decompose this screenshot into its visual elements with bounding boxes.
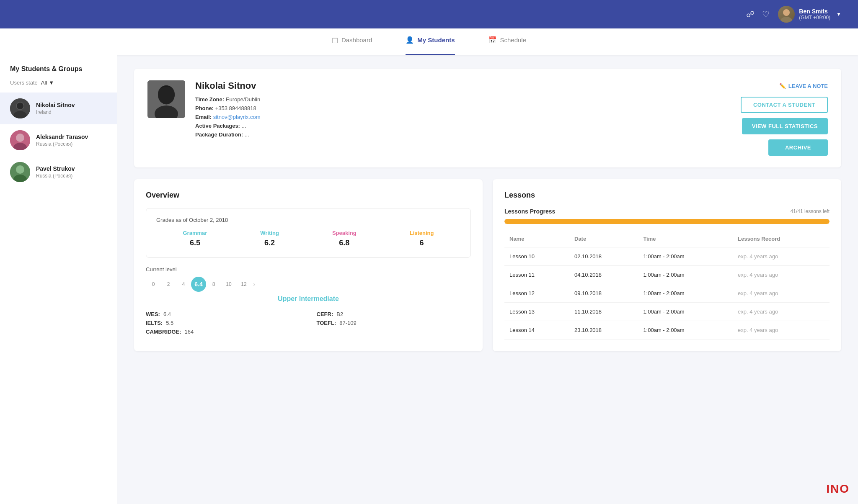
archive-button[interactable]: ARCHIVE	[768, 139, 828, 156]
avatar-aleksandr	[10, 130, 30, 150]
lessons-progress-count: 41/41 lessons left	[791, 208, 830, 214]
sidebar-item-nikolai[interactable]: Nikolai Sitnov Ireland	[0, 93, 117, 124]
lesson-record: exp. 4 years ago	[733, 266, 830, 284]
student-country: Russia (Россия)	[36, 141, 88, 147]
topbar-icons: ☍ ♡	[746, 9, 770, 19]
scale-0: 0	[146, 281, 161, 287]
listening-value: 6	[420, 239, 424, 247]
profile-timezone: Time Zone: Europe/Dublin	[195, 96, 731, 103]
student-name: Pavel Strukov	[36, 165, 75, 172]
progress-bar-fill	[504, 219, 830, 224]
table-row[interactable]: Lesson 14 23.10.2018 1:00am - 2:00am exp…	[504, 321, 830, 339]
speaking-value: 6.8	[339, 239, 349, 247]
score-cefr: CEFR: B2	[317, 311, 471, 317]
profile-phone: Phone: +353 894488818	[195, 105, 731, 111]
lessons-panel: Lessons Lessons Progress 41/41 lessons l…	[493, 179, 841, 351]
sidebar-filter-dropdown[interactable]: All ▼	[41, 80, 54, 86]
lesson-name: Lesson 11	[504, 266, 569, 284]
two-column-section: Overview Grades as of October 2, 2018 Gr…	[134, 179, 841, 351]
lesson-time: 1:00am - 2:00am	[638, 303, 733, 321]
grade-writing: Writing 6.2	[260, 230, 279, 247]
th-time: Time	[638, 232, 733, 247]
leave-note-button[interactable]: ✏️ LEAVE A NOTE	[779, 80, 828, 92]
scores-grid: WES: 6.4 CEFR: B2 IELTS: 5.5 TOEFL: 87-1…	[146, 311, 471, 335]
svg-point-1	[780, 17, 792, 23]
table-row[interactable]: Lesson 10 02.10.2018 1:00am - 2:00am exp…	[504, 247, 830, 266]
table-row[interactable]: Lesson 11 04.10.2018 1:00am - 2:00am exp…	[504, 266, 830, 284]
nav-my-students[interactable]: 👤 My Students	[406, 28, 455, 55]
schedule-icon: 📅	[488, 27, 497, 54]
profile-photo	[147, 80, 185, 118]
main-layout: My Students & Groups Users state All ▼ N…	[0, 55, 858, 504]
score-ielts: IELTS: 5.5	[146, 320, 308, 326]
scale-2: 2	[161, 281, 176, 287]
lesson-name: Lesson 12	[504, 284, 569, 303]
topbar-user[interactable]: Ben Smits (GMT +09:00) ▼	[778, 6, 841, 23]
avatar-nikolai	[10, 98, 30, 118]
level-name: Upper Intermediate	[146, 295, 471, 303]
grammar-label: Grammar	[183, 230, 207, 236]
main-content: Nikolai Sitnov Time Zone: Europe/Dublin …	[117, 55, 858, 504]
students-icon: 👤	[406, 27, 414, 54]
lessons-title: Lessons	[504, 191, 830, 200]
svg-point-5	[17, 103, 23, 109]
pencil-icon: ✏️	[779, 83, 786, 89]
lesson-record: exp. 4 years ago	[733, 303, 830, 321]
sidebar-title: My Students & Groups	[0, 65, 117, 80]
contact-student-button[interactable]: CONTACT A STUDENT	[741, 97, 828, 113]
ino-watermark: INO	[826, 482, 850, 496]
topbar: ☍ ♡ Ben Smits (GMT +09:00) ▼	[0, 0, 858, 28]
topbar-user-tz: (GMT +09:00)	[799, 15, 830, 21]
avatar	[778, 6, 795, 23]
lesson-time: 1:00am - 2:00am	[638, 247, 733, 266]
lesson-date: 09.10.2018	[569, 284, 638, 303]
topbar-user-name: Ben Smits	[799, 8, 830, 15]
scale-bubble: 6.4	[191, 277, 206, 292]
profile-active-packages: Active Packages: ...	[195, 123, 731, 129]
th-date: Date	[569, 232, 638, 247]
th-record: Lessons Record	[733, 232, 830, 247]
lesson-time: 1:00am - 2:00am	[638, 284, 733, 303]
svg-point-0	[783, 9, 790, 16]
lesson-date: 04.10.2018	[569, 266, 638, 284]
overview-panel: Overview Grades as of October 2, 2018 Gr…	[134, 179, 483, 351]
nav-schedule[interactable]: 📅 Schedule	[488, 28, 527, 55]
scale-12: 12	[236, 281, 251, 287]
svg-point-7	[16, 134, 24, 142]
grades-row: Grammar 6.5 Writing 6.2 Speaking 6.8 L	[156, 230, 460, 247]
progress-bar-bg	[504, 219, 830, 224]
student-info-aleksandr: Aleksandr Tarasov Russia (Россия)	[36, 134, 88, 147]
lesson-name: Lesson 14	[504, 321, 569, 339]
sidebar-filter: Users state All ▼	[0, 80, 117, 93]
profile-header: Nikolai Sitnov Time Zone: Europe/Dublin …	[134, 69, 841, 167]
lessons-progress-label: Lessons Progress	[504, 208, 555, 215]
bell-icon[interactable]: ♡	[762, 9, 770, 19]
current-level-label: Current level	[146, 266, 471, 273]
table-row[interactable]: Lesson 12 09.10.2018 1:00am - 2:00am exp…	[504, 284, 830, 303]
grammar-value: 6.5	[190, 239, 200, 247]
writing-value: 6.2	[264, 239, 275, 247]
profile-email-link[interactable]: sitnov@playrix.com	[213, 114, 261, 120]
listening-label: Listening	[410, 230, 434, 236]
profile-name: Nikolai Sitnov	[195, 80, 731, 91]
nav-dashboard[interactable]: ◫ Dashboard	[332, 28, 372, 55]
nav-schedule-label: Schedule	[500, 27, 527, 54]
sidebar-item-aleksandr[interactable]: Aleksandr Tarasov Russia (Россия)	[0, 124, 117, 156]
lesson-record: exp. 4 years ago	[733, 321, 830, 339]
table-row[interactable]: Lesson 13 11.10.2018 1:00am - 2:00am exp…	[504, 303, 830, 321]
sidebar: My Students & Groups Users state All ▼ N…	[0, 55, 117, 504]
chat-icon[interactable]: ☍	[746, 9, 755, 19]
lesson-date: 23.10.2018	[569, 321, 638, 339]
student-country: Russia (Россия)	[36, 173, 75, 179]
scale-8: 8	[206, 281, 221, 287]
lesson-date: 11.10.2018	[569, 303, 638, 321]
score-wes: WES: 6.4	[146, 311, 308, 317]
grade-speaking: Speaking 6.8	[332, 230, 357, 247]
view-statistics-button[interactable]: VIEW FULL STATISTICS	[742, 118, 828, 134]
lesson-date: 02.10.2018	[569, 247, 638, 266]
student-name: Nikolai Sitnov	[36, 102, 75, 108]
chevron-down-icon: ▼	[49, 80, 54, 86]
student-name: Aleksandr Tarasov	[36, 134, 88, 140]
lesson-name: Lesson 10	[504, 247, 569, 266]
sidebar-item-pavel[interactable]: Pavel Strukov Russia (Россия)	[0, 156, 117, 188]
